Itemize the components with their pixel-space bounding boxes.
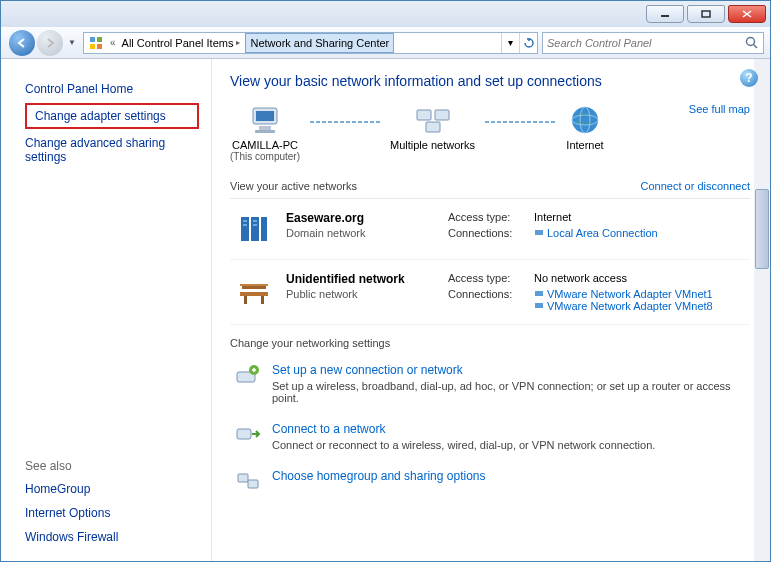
control-panel-icon: [87, 34, 105, 52]
network-name: Easeware.org: [286, 211, 436, 225]
sidebar-homegroup[interactable]: HomeGroup: [25, 477, 199, 501]
network-entry: Easeware.org Domain network Access type:…: [230, 199, 750, 260]
setting-desc: Connect or reconnect to a wireless, wire…: [272, 439, 655, 451]
node-multi-networks: Multiple networks: [390, 103, 475, 151]
svg-rect-22: [261, 217, 267, 241]
svg-rect-28: [240, 292, 268, 296]
access-type-label: Access type:: [448, 272, 528, 284]
titlebar: [1, 1, 770, 27]
sidebar: Control Panel Home Change adapter settin…: [1, 59, 211, 561]
connect-network-icon: [234, 422, 262, 446]
sidebar-change-advanced[interactable]: Change advanced sharing settings: [25, 131, 199, 169]
sidebar-home[interactable]: Control Panel Home: [25, 77, 199, 101]
svg-rect-37: [237, 429, 251, 439]
sidebar-internet-options[interactable]: Internet Options: [25, 501, 199, 525]
svg-rect-7: [97, 44, 102, 49]
page-title: View your basic network information and …: [230, 73, 750, 89]
svg-rect-1: [702, 11, 710, 17]
network-link: [485, 121, 555, 123]
search-box[interactable]: [542, 32, 764, 54]
connection-link[interactable]: Local Area Connection: [547, 227, 658, 239]
sidebar-change-adapter[interactable]: Change adapter settings: [35, 109, 189, 123]
svg-rect-38: [238, 474, 248, 482]
networking-settings: Change your networking settings Set up a…: [230, 333, 750, 505]
address-bar[interactable]: « All Control Panel Items▸ Network and S…: [83, 32, 538, 54]
setting-item: Choose homegroup and sharing options: [230, 463, 750, 505]
connections-label: Connections:: [448, 288, 528, 312]
homegroup-icon: [234, 469, 262, 493]
refresh-button[interactable]: [519, 33, 537, 53]
adapter-icon: [534, 288, 544, 298]
active-networks-header: View your active networks Connect or dis…: [230, 174, 750, 199]
search-input[interactable]: [547, 37, 745, 49]
forward-button[interactable]: [37, 30, 63, 56]
svg-rect-31: [244, 296, 247, 304]
svg-rect-14: [417, 110, 431, 120]
svg-rect-5: [97, 37, 102, 42]
svg-rect-16: [426, 122, 440, 132]
svg-rect-12: [259, 126, 271, 130]
sidebar-firewall[interactable]: Windows Firewall: [25, 525, 199, 549]
search-icon: [745, 36, 759, 50]
svg-rect-30: [240, 284, 268, 286]
adapter-icon: [534, 227, 544, 237]
access-type-value: No network access: [534, 272, 746, 284]
connection-link[interactable]: VMware Network Adapter VMnet8: [547, 300, 713, 312]
close-button[interactable]: [728, 5, 766, 23]
main-panel: ? View your basic network information an…: [211, 59, 770, 561]
network-link: [310, 121, 380, 123]
setting-desc: Set up a wireless, broadband, dial-up, a…: [272, 380, 746, 404]
chevron-right-icon: ▸: [236, 38, 240, 47]
minimize-button[interactable]: [646, 5, 684, 23]
svg-rect-4: [90, 37, 95, 42]
breadcrumb-network-sharing[interactable]: Network and Sharing Center: [245, 33, 394, 53]
public-network-icon: [234, 272, 274, 308]
globe-icon: [565, 103, 605, 137]
networks-icon: [413, 103, 453, 137]
svg-rect-34: [535, 303, 543, 308]
navbar: ▼ « All Control Panel Items▸ Network and…: [1, 27, 770, 59]
help-icon[interactable]: ?: [740, 69, 758, 87]
svg-rect-13: [255, 130, 275, 133]
network-type: Domain network: [286, 227, 436, 239]
connect-network-link[interactable]: Connect to a network: [272, 422, 385, 436]
window: ▼ « All Control Panel Items▸ Network and…: [0, 0, 771, 562]
scrollbar-thumb[interactable]: [755, 189, 769, 269]
setup-connection-link[interactable]: Set up a new connection or network: [272, 363, 463, 377]
svg-rect-11: [256, 111, 274, 121]
breadcrumb-all-items[interactable]: All Control Panel Items▸: [118, 33, 246, 53]
node-internet: Internet: [565, 103, 605, 151]
highlight-box: Change adapter settings: [25, 103, 199, 129]
network-name: Unidentified network: [286, 272, 436, 286]
maximize-button[interactable]: [687, 5, 725, 23]
svg-line-9: [754, 44, 758, 48]
svg-rect-6: [90, 44, 95, 49]
new-connection-icon: [234, 363, 262, 387]
see-full-map-link[interactable]: See full map: [689, 103, 750, 115]
see-also-header: See also: [25, 453, 199, 477]
adapter-icon: [534, 300, 544, 310]
connections-label: Connections:: [448, 227, 528, 239]
svg-rect-29: [242, 286, 266, 289]
connect-disconnect-link[interactable]: Connect or disconnect: [641, 180, 750, 192]
back-button[interactable]: [9, 30, 35, 56]
svg-rect-24: [243, 224, 247, 226]
network-diagram: CAMILLA-PC (This computer) Multiple netw…: [230, 103, 750, 162]
breadcrumb-overflow[interactable]: «: [108, 37, 118, 48]
scrollbar-track[interactable]: [754, 59, 770, 561]
connection-link[interactable]: VMware Network Adapter VMnet1: [547, 288, 713, 300]
settings-header: Change your networking settings: [230, 333, 750, 357]
svg-point-8: [747, 37, 755, 45]
network-type: Public network: [286, 288, 436, 300]
svg-rect-15: [435, 110, 449, 120]
address-dropdown[interactable]: ▾: [501, 33, 519, 53]
homegroup-sharing-link[interactable]: Choose homegroup and sharing options: [272, 469, 485, 483]
history-dropdown[interactable]: ▼: [65, 33, 79, 53]
node-this-pc: CAMILLA-PC (This computer): [230, 103, 300, 162]
svg-point-17: [572, 107, 598, 133]
network-entry: Unidentified network Public network Acce…: [230, 260, 750, 325]
svg-rect-33: [535, 291, 543, 296]
setting-item: Set up a new connection or network Set u…: [230, 357, 750, 416]
domain-network-icon: [234, 211, 274, 247]
svg-rect-25: [253, 220, 257, 222]
